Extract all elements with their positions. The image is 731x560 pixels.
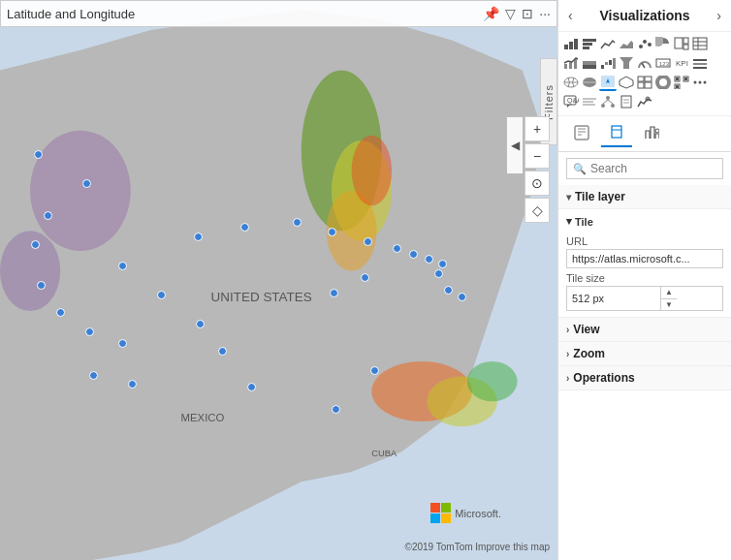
svg-rect-45 xyxy=(693,59,707,61)
tab-format[interactable] xyxy=(601,120,632,147)
svg-point-23 xyxy=(648,43,652,47)
viz-icon-100pct[interactable] xyxy=(581,54,598,72)
stepper-arrows: ▲ ▼ xyxy=(660,287,677,310)
search-box[interactable]: 🔍 xyxy=(566,158,723,179)
tab-fields[interactable] xyxy=(566,120,597,147)
zoom-in-button[interactable]: + xyxy=(524,116,550,141)
viz-icon-metrics[interactable] xyxy=(636,93,653,110)
svg-point-75 xyxy=(601,104,605,108)
viz-icon-combo[interactable] xyxy=(562,54,580,72)
panel-collapse-right[interactable]: › xyxy=(716,8,721,23)
viz-icon-qa[interactable]: Q&A xyxy=(562,93,580,110)
data-point xyxy=(157,291,166,299)
map-title-icons: 📌 ▽ ⊡ ··· xyxy=(483,6,551,21)
stepper-down[interactable]: ▼ xyxy=(661,299,677,311)
panel-collapse-left[interactable]: ‹ xyxy=(568,8,573,23)
filter-icon[interactable]: ▽ xyxy=(505,6,516,21)
svg-point-68 xyxy=(704,81,707,84)
data-point xyxy=(458,293,466,301)
zoom-out-button[interactable]: − xyxy=(524,143,550,169)
viz-icon-treemap[interactable] xyxy=(673,35,690,52)
collapse-panel-button[interactable]: ◀ xyxy=(506,116,524,174)
tile-layer-label: Tile layer xyxy=(575,190,625,203)
viz-icon-bar[interactable] xyxy=(581,35,598,52)
stepper-up[interactable]: ▲ xyxy=(661,287,677,299)
svg-text:CUBA: CUBA xyxy=(371,449,397,458)
svg-point-67 xyxy=(699,81,702,84)
viz-icon-table[interactable] xyxy=(691,35,709,52)
viz-icon-smartnarrative[interactable] xyxy=(581,93,598,110)
viz-icon-donut[interactable] xyxy=(654,74,672,91)
viz-icons-grid: 123 KPI xyxy=(558,32,731,116)
viz-icon-line[interactable] xyxy=(599,35,617,52)
operations-section-header[interactable]: › Operations xyxy=(558,366,731,390)
data-point xyxy=(425,255,433,264)
data-point xyxy=(118,262,127,270)
data-point xyxy=(293,218,302,227)
svg-rect-14 xyxy=(564,45,568,49)
microsoft-logo: Microsoft. xyxy=(430,503,501,523)
data-point xyxy=(370,366,379,375)
view-label: View xyxy=(573,323,599,336)
viz-icon-stacked-bar[interactable] xyxy=(562,35,580,52)
search-input[interactable] xyxy=(590,162,716,175)
svg-rect-87 xyxy=(612,126,621,138)
viz-icon-map[interactable] xyxy=(562,74,580,91)
tile-size-input[interactable] xyxy=(567,290,660,307)
viz-icon-funnel[interactable] xyxy=(618,54,635,72)
viz-icon-shape-map[interactable] xyxy=(618,74,635,91)
tile-layer-chevron: ▾ xyxy=(566,192,571,202)
viz-icon-more-visuals[interactable] xyxy=(691,74,709,91)
svg-rect-31 xyxy=(564,64,567,69)
svg-point-59 xyxy=(657,77,669,88)
svg-rect-38 xyxy=(609,60,612,65)
svg-rect-55 xyxy=(638,77,644,81)
viz-icon-filled-map[interactable] xyxy=(581,74,598,91)
data-point xyxy=(31,240,40,249)
viz-icon-slicer[interactable] xyxy=(691,54,709,72)
viz-icon-azure-map[interactable] xyxy=(599,74,617,91)
viz-icon-qr[interactable] xyxy=(673,74,690,91)
tile-layer-section-header[interactable]: ▾ Tile layer xyxy=(558,185,731,209)
svg-point-76 xyxy=(611,104,615,108)
focus-icon[interactable]: ⊡ xyxy=(522,6,533,21)
viz-icon-paginated[interactable] xyxy=(618,93,635,110)
zoom-chevron: › xyxy=(566,349,569,359)
tab-analytics[interactable] xyxy=(636,120,667,147)
zoom-section-header[interactable]: › Zoom xyxy=(558,342,731,366)
svg-line-78 xyxy=(608,100,613,104)
view-section-header[interactable]: › View xyxy=(558,317,731,342)
viz-icon-pie[interactable] xyxy=(654,35,672,52)
map-footer[interactable]: ©2019 TomTom Improve this map xyxy=(405,542,550,552)
svg-text:Q&A: Q&A xyxy=(567,97,579,105)
svg-rect-18 xyxy=(583,43,592,46)
pin-icon[interactable]: 📌 xyxy=(483,6,499,21)
compass-button[interactable]: ◇ xyxy=(524,198,550,223)
filters-label: Filters xyxy=(543,84,555,120)
right-panel: ‹ Visualizations › xyxy=(557,0,731,560)
url-input[interactable] xyxy=(566,249,723,268)
svg-rect-35 xyxy=(583,65,596,69)
svg-rect-39 xyxy=(613,58,616,69)
svg-text:MEXICO: MEXICO xyxy=(180,412,224,423)
viz-icon-matrix[interactable] xyxy=(636,74,653,91)
svg-rect-47 xyxy=(693,67,707,69)
svg-rect-56 xyxy=(645,77,652,81)
viz-icon-gauge[interactable] xyxy=(636,54,653,72)
data-point xyxy=(89,371,98,380)
viz-icon-area[interactable] xyxy=(618,35,635,52)
tile-subsection-header[interactable]: ▾ Tile xyxy=(566,209,723,232)
svg-rect-65 xyxy=(676,85,679,88)
viz-icon-kpi[interactable]: KPI xyxy=(673,54,690,72)
data-point xyxy=(194,233,203,241)
svg-line-77 xyxy=(603,100,608,104)
viz-icon-decomp[interactable] xyxy=(599,93,617,110)
reset-button[interactable]: ⊙ xyxy=(524,171,550,196)
svg-rect-46 xyxy=(693,63,707,65)
viz-icon-card[interactable]: 123 xyxy=(654,54,672,72)
viz-icon-waterfall[interactable] xyxy=(599,54,617,72)
viz-icon-scatter[interactable] xyxy=(636,35,653,52)
more-icon[interactable]: ··· xyxy=(539,6,551,21)
data-point xyxy=(444,286,453,295)
data-point xyxy=(82,179,91,188)
